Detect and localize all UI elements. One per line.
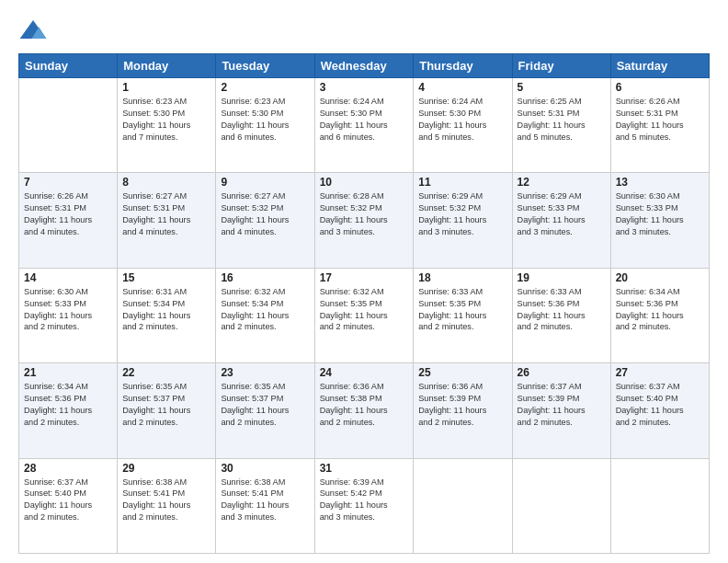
cell-content: Sunrise: 6:27 AM Sunset: 5:31 PM Dayligh…	[122, 190, 210, 238]
day-number: 17	[320, 271, 409, 284]
calendar-cell: 10Sunrise: 6:28 AM Sunset: 5:32 PM Dayli…	[314, 173, 414, 268]
day-number: 22	[122, 366, 210, 379]
day-number: 8	[122, 176, 210, 189]
calendar-header: SundayMondayTuesdayWednesdayThursdayFrid…	[19, 54, 710, 78]
calendar-body: 1Sunrise: 6:23 AM Sunset: 5:30 PM Daylig…	[19, 78, 710, 554]
calendar-cell: 25Sunrise: 6:36 AM Sunset: 5:39 PM Dayli…	[414, 363, 512, 458]
day-number: 19	[518, 271, 606, 284]
logo	[18, 17, 51, 46]
calendar-cell	[610, 458, 709, 553]
cell-content: Sunrise: 6:31 AM Sunset: 5:34 PM Dayligh…	[122, 286, 210, 334]
day-number: 15	[122, 271, 210, 284]
week-row-3: 21Sunrise: 6:34 AM Sunset: 5:36 PM Dayli…	[19, 363, 710, 458]
cell-content: Sunrise: 6:28 AM Sunset: 5:32 PM Dayligh…	[320, 190, 409, 238]
calendar-cell: 1Sunrise: 6:23 AM Sunset: 5:30 PM Daylig…	[118, 78, 216, 173]
day-number: 1	[122, 81, 210, 94]
day-number: 13	[616, 176, 704, 189]
header	[18, 17, 710, 46]
calendar-cell: 6Sunrise: 6:26 AM Sunset: 5:31 PM Daylig…	[610, 78, 709, 173]
calendar-cell: 23Sunrise: 6:35 AM Sunset: 5:37 PM Dayli…	[216, 363, 314, 458]
cell-content: Sunrise: 6:30 AM Sunset: 5:33 PM Dayligh…	[24, 286, 112, 334]
cell-content: Sunrise: 6:33 AM Sunset: 5:36 PM Dayligh…	[518, 286, 606, 334]
header-day-wednesday: Wednesday	[314, 54, 414, 78]
calendar-cell: 24Sunrise: 6:36 AM Sunset: 5:38 PM Dayli…	[314, 363, 414, 458]
calendar-cell: 31Sunrise: 6:39 AM Sunset: 5:42 PM Dayli…	[314, 458, 414, 553]
day-number: 30	[221, 462, 309, 475]
day-number: 20	[616, 271, 704, 284]
calendar-cell: 3Sunrise: 6:24 AM Sunset: 5:30 PM Daylig…	[314, 78, 414, 173]
calendar-cell: 17Sunrise: 6:32 AM Sunset: 5:35 PM Dayli…	[314, 268, 414, 362]
calendar-cell: 22Sunrise: 6:35 AM Sunset: 5:37 PM Dayli…	[118, 363, 216, 458]
day-number: 24	[320, 366, 409, 379]
calendar-cell: 14Sunrise: 6:30 AM Sunset: 5:33 PM Dayli…	[19, 268, 118, 362]
day-number: 5	[518, 81, 606, 94]
week-row-2: 14Sunrise: 6:30 AM Sunset: 5:33 PM Dayli…	[19, 268, 710, 362]
day-number: 4	[418, 81, 506, 94]
calendar-cell: 29Sunrise: 6:38 AM Sunset: 5:41 PM Dayli…	[118, 458, 216, 553]
calendar-cell: 13Sunrise: 6:30 AM Sunset: 5:33 PM Dayli…	[610, 173, 709, 268]
day-number: 16	[221, 271, 309, 284]
day-number: 11	[418, 176, 506, 189]
calendar-cell: 15Sunrise: 6:31 AM Sunset: 5:34 PM Dayli…	[118, 268, 216, 362]
cell-content: Sunrise: 6:34 AM Sunset: 5:36 PM Dayligh…	[24, 381, 112, 429]
cell-content: Sunrise: 6:37 AM Sunset: 5:40 PM Dayligh…	[24, 477, 112, 524]
calendar-cell: 4Sunrise: 6:24 AM Sunset: 5:30 PM Daylig…	[414, 78, 512, 173]
cell-content: Sunrise: 6:36 AM Sunset: 5:38 PM Dayligh…	[320, 381, 409, 429]
cell-content: Sunrise: 6:26 AM Sunset: 5:31 PM Dayligh…	[24, 190, 112, 238]
calendar-cell: 8Sunrise: 6:27 AM Sunset: 5:31 PM Daylig…	[118, 173, 216, 268]
day-number: 3	[320, 81, 409, 94]
calendar-table: SundayMondayTuesdayWednesdayThursdayFrid…	[18, 53, 710, 554]
calendar-cell	[414, 458, 512, 553]
cell-content: Sunrise: 6:23 AM Sunset: 5:30 PM Dayligh…	[221, 96, 309, 144]
cell-content: Sunrise: 6:29 AM Sunset: 5:33 PM Dayligh…	[518, 190, 606, 238]
page: SundayMondayTuesdayWednesdayThursdayFrid…	[0, 0, 728, 563]
day-number: 26	[518, 366, 606, 379]
header-day-saturday: Saturday	[610, 54, 709, 78]
calendar-cell: 12Sunrise: 6:29 AM Sunset: 5:33 PM Dayli…	[512, 173, 610, 268]
day-number: 25	[418, 366, 506, 379]
calendar-cell: 19Sunrise: 6:33 AM Sunset: 5:36 PM Dayli…	[512, 268, 610, 362]
calendar-cell: 28Sunrise: 6:37 AM Sunset: 5:40 PM Dayli…	[19, 458, 118, 553]
calendar-cell: 7Sunrise: 6:26 AM Sunset: 5:31 PM Daylig…	[19, 173, 118, 268]
cell-content: Sunrise: 6:34 AM Sunset: 5:36 PM Dayligh…	[616, 286, 704, 334]
cell-content: Sunrise: 6:32 AM Sunset: 5:34 PM Dayligh…	[221, 286, 309, 334]
calendar-cell: 16Sunrise: 6:32 AM Sunset: 5:34 PM Dayli…	[216, 268, 314, 362]
header-day-tuesday: Tuesday	[216, 54, 314, 78]
cell-content: Sunrise: 6:26 AM Sunset: 5:31 PM Dayligh…	[616, 96, 704, 144]
day-number: 23	[221, 366, 309, 379]
cell-content: Sunrise: 6:24 AM Sunset: 5:30 PM Dayligh…	[320, 96, 409, 144]
cell-content: Sunrise: 6:35 AM Sunset: 5:37 PM Dayligh…	[221, 381, 309, 429]
calendar-cell	[19, 78, 118, 173]
cell-content: Sunrise: 6:33 AM Sunset: 5:35 PM Dayligh…	[418, 286, 506, 334]
day-number: 29	[122, 462, 210, 475]
calendar-cell: 18Sunrise: 6:33 AM Sunset: 5:35 PM Dayli…	[414, 268, 512, 362]
day-number: 18	[418, 271, 506, 284]
cell-content: Sunrise: 6:37 AM Sunset: 5:40 PM Dayligh…	[616, 381, 704, 429]
day-number: 28	[24, 462, 112, 475]
header-day-friday: Friday	[512, 54, 610, 78]
header-day-sunday: Sunday	[19, 54, 118, 78]
cell-content: Sunrise: 6:35 AM Sunset: 5:37 PM Dayligh…	[122, 381, 210, 429]
header-row: SundayMondayTuesdayWednesdayThursdayFrid…	[19, 54, 710, 78]
day-number: 2	[221, 81, 309, 94]
cell-content: Sunrise: 6:27 AM Sunset: 5:32 PM Dayligh…	[221, 190, 309, 238]
day-number: 10	[320, 176, 409, 189]
cell-content: Sunrise: 6:36 AM Sunset: 5:39 PM Dayligh…	[418, 381, 506, 429]
day-number: 6	[616, 81, 704, 94]
cell-content: Sunrise: 6:30 AM Sunset: 5:33 PM Dayligh…	[616, 190, 704, 238]
calendar-cell: 27Sunrise: 6:37 AM Sunset: 5:40 PM Dayli…	[610, 363, 709, 458]
calendar-cell: 21Sunrise: 6:34 AM Sunset: 5:36 PM Dayli…	[19, 363, 118, 458]
week-row-0: 1Sunrise: 6:23 AM Sunset: 5:30 PM Daylig…	[19, 78, 710, 173]
cell-content: Sunrise: 6:32 AM Sunset: 5:35 PM Dayligh…	[320, 286, 409, 334]
calendar-cell: 2Sunrise: 6:23 AM Sunset: 5:30 PM Daylig…	[216, 78, 314, 173]
calendar-cell	[512, 458, 610, 553]
cell-content: Sunrise: 6:25 AM Sunset: 5:31 PM Dayligh…	[518, 96, 606, 144]
logo-icon	[18, 17, 48, 46]
week-row-4: 28Sunrise: 6:37 AM Sunset: 5:40 PM Dayli…	[19, 458, 710, 553]
header-day-thursday: Thursday	[414, 54, 512, 78]
calendar-cell: 20Sunrise: 6:34 AM Sunset: 5:36 PM Dayli…	[610, 268, 709, 362]
day-number: 12	[518, 176, 606, 189]
cell-content: Sunrise: 6:38 AM Sunset: 5:41 PM Dayligh…	[122, 477, 210, 524]
calendar-cell: 11Sunrise: 6:29 AM Sunset: 5:32 PM Dayli…	[414, 173, 512, 268]
day-number: 21	[24, 366, 112, 379]
